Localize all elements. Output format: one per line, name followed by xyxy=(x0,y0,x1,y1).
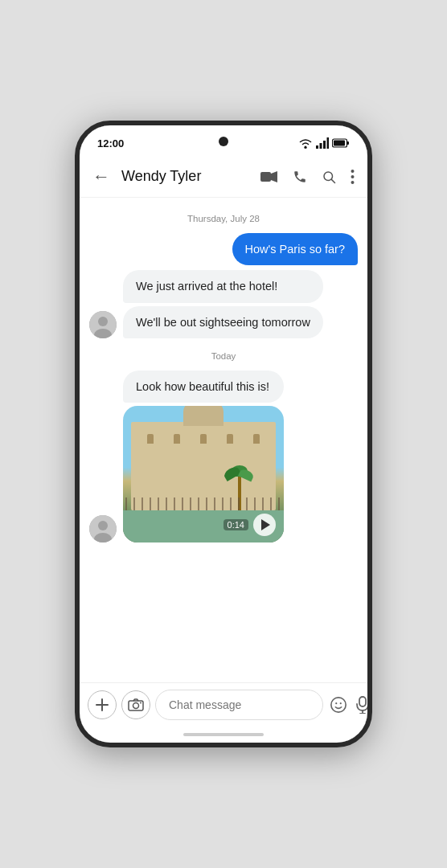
message-row-out: How's Paris so far? xyxy=(89,233,358,265)
incoming-bubble-1: We just arrived at the hotel! xyxy=(123,270,323,302)
svg-point-14 xyxy=(351,181,355,184)
svg-rect-8 xyxy=(260,172,271,182)
phone-call-button[interactable] xyxy=(289,166,310,187)
app-bar-actions xyxy=(257,166,358,188)
video-time: 0:14 xyxy=(224,519,248,530)
svg-point-16 xyxy=(98,317,108,326)
avatar-media xyxy=(89,515,117,542)
svg-point-26 xyxy=(331,698,346,712)
bubbles-in-media: Look how beautiful this is! xyxy=(123,371,284,542)
back-button[interactable]: ← xyxy=(89,163,113,190)
svg-point-19 xyxy=(98,521,108,530)
svg-rect-4 xyxy=(327,137,330,149)
input-bar xyxy=(80,682,367,727)
svg-point-12 xyxy=(351,170,355,173)
svg-point-27 xyxy=(335,702,337,704)
wifi-icon xyxy=(298,137,313,149)
incoming-bubble-2: We'll be out sightseeing tomorrow xyxy=(123,306,323,338)
mic-button[interactable] xyxy=(354,694,371,715)
date-divider-thursday: Thursday, July 28 xyxy=(89,214,358,223)
video-call-button[interactable] xyxy=(257,167,281,186)
svg-point-25 xyxy=(140,702,141,704)
message-row-in-1: We just arrived at the hotel! We'll be o… xyxy=(89,270,358,338)
home-bar xyxy=(183,733,264,736)
message-row-in-media: Look how beautiful this is! xyxy=(89,371,358,542)
outgoing-bubble: How's Paris so far? xyxy=(232,233,358,265)
play-button[interactable] xyxy=(253,514,276,536)
svg-rect-7 xyxy=(334,141,345,146)
media-bubble[interactable]: 0:14 xyxy=(123,406,284,542)
battery-icon xyxy=(332,138,350,148)
svg-marker-9 xyxy=(271,171,277,182)
status-icons xyxy=(298,137,350,149)
svg-rect-1 xyxy=(316,145,318,149)
media-image: 0:14 xyxy=(123,406,284,542)
svg-rect-2 xyxy=(320,143,322,149)
status-bar: 12:00 xyxy=(80,125,367,156)
building-dome xyxy=(183,406,224,426)
video-overlay: 0:14 xyxy=(123,514,284,536)
phone-frame: 12:00 ← xyxy=(75,121,372,747)
contact-name: Wendy Tyler xyxy=(121,168,257,185)
home-indicator xyxy=(80,727,367,743)
svg-rect-6 xyxy=(347,141,350,145)
camera-button[interactable] xyxy=(121,690,150,719)
incoming-text-bubble: Look how beautiful this is! xyxy=(123,371,284,403)
chat-input[interactable] xyxy=(155,690,323,720)
svg-point-24 xyxy=(133,703,139,709)
date-divider-today: Today xyxy=(89,351,358,361)
emoji-button[interactable] xyxy=(328,694,349,715)
svg-point-28 xyxy=(340,702,342,704)
app-bar: ← Wendy Tyler xyxy=(80,156,367,198)
bubbles-in-1: We just arrived at the hotel! We'll be o… xyxy=(123,270,323,338)
status-time: 12:00 xyxy=(97,137,124,149)
play-triangle-icon xyxy=(261,519,270,530)
more-options-button[interactable] xyxy=(347,166,358,188)
signal-icon xyxy=(316,137,329,149)
building-windows xyxy=(131,434,276,444)
svg-point-13 xyxy=(351,175,355,178)
svg-rect-29 xyxy=(359,697,366,706)
search-button[interactable] xyxy=(318,166,339,187)
avatar xyxy=(89,311,117,338)
add-attachment-button[interactable] xyxy=(88,690,117,719)
camera-dot xyxy=(219,137,228,146)
svg-rect-3 xyxy=(323,141,326,149)
svg-line-11 xyxy=(331,179,334,182)
svg-point-0 xyxy=(305,146,307,149)
chat-area: Thursday, July 28 How's Paris so far? We… xyxy=(80,198,367,682)
